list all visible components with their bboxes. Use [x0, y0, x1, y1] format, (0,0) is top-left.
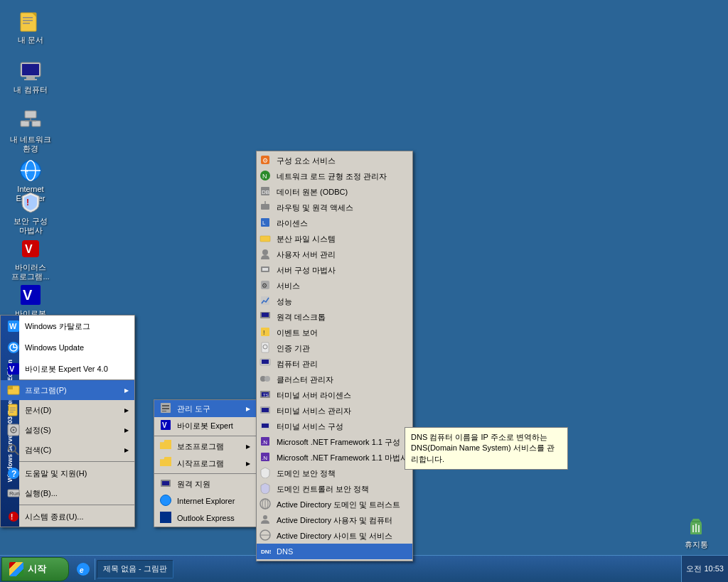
mgmt-item-ad-users[interactable]: Active Directory 사용자 및 컴퓨터 [257, 512, 412, 528]
mgmt-item-remote-desktop[interactable]: 원격 데스크톱 [257, 309, 412, 325]
help-sm-icon: ? [6, 466, 21, 480]
settings-sm-icon [6, 423, 21, 437]
mgmt-item-ad-domain[interactable]: Active Directory 도메인 및 트러스트 [257, 497, 412, 512]
desktop-icon-security[interactable]: ! 보안 구성마법사 [6, 188, 55, 238]
programs-arrow: ▶ [124, 387, 129, 394]
start-menu-item-run[interactable]: Run 실행(B)... [1, 483, 134, 503]
svg-text:V: V [162, 421, 167, 429]
svg-rect-7 [22, 64, 39, 75]
mgmt-item-routing[interactable]: 라우팅 및 원격 액세스 [257, 200, 412, 215]
desktop-icon-virus[interactable]: V 바이러스프로그램... [6, 235, 55, 284]
start-menu-item-settings[interactable]: 설정(S) ▶ [1, 420, 134, 440]
svg-text:DB: DB [262, 189, 269, 195]
mgmt-item-component[interactable]: ⚙ 구성 요소 서비스 [257, 153, 412, 168]
svg-rect-50 [162, 405, 169, 406]
submenu-item-mgmt-tools[interactable]: 관리 도구 ▶ [154, 400, 256, 417]
svg-text:?: ? [11, 469, 16, 479]
dotnet-config-icon: .N [259, 436, 272, 448]
security-label: 보안 구성마법사 [14, 217, 47, 235]
svg-text:.N: .N [262, 455, 267, 461]
mgmt-item-network-lb[interactable]: N 네트워크 로드 균형 조정 관리자 [257, 168, 412, 184]
programs-submenu: 관리 도구 ▶ V 바이로봇 Expert 보조프로그램 ▶ 시작프로그 [154, 399, 257, 527]
submenu-item-startup[interactable]: 시작프로그램 ▶ [154, 455, 256, 472]
desktop-icon-my-computer[interactable]: 내 컴퓨터 [6, 57, 55, 97]
submenu-item-outlook[interactable]: Outlook Express [154, 510, 256, 527]
submenu-item-remote[interactable]: 원격 지원 [154, 475, 256, 492]
submenu-item-virobot[interactable]: V 바이로봇 Expert [154, 417, 256, 434]
mgmt-item-server-wizard[interactable]: 서버 구성 마법사 [257, 262, 412, 278]
mgmt-item-license[interactable]: L 라이센스 [257, 215, 412, 231]
win-catalog-icon: W [6, 319, 21, 333]
mgmt-item-ad-sites[interactable]: Active Directory 사이트 및 서비스 [257, 528, 412, 544]
svg-rect-75 [262, 313, 269, 317]
desktop-icon-recycle[interactable]: 휴지통 [671, 512, 721, 552]
terminal-mgr-icon [259, 404, 272, 417]
start-menu-item-shutdown[interactable]: ! 시스템 종료(U)... [1, 507, 134, 527]
mgmt-item-terminal-mgr[interactable]: 터미널 서비스 관리자 [257, 403, 412, 419]
tray-time: 오전 10:53 [686, 564, 724, 574]
desktop-icon-my-docs[interactable]: 내 문서 [6, 7, 55, 48]
svg-rect-3 [23, 20, 33, 21]
mgmt-item-performance[interactable]: 성능 [257, 293, 412, 309]
terminal-config-icon [259, 420, 272, 433]
svg-rect-51 [162, 408, 169, 409]
svg-rect-12 [25, 111, 36, 118]
my-docs-label: 내 문서 [18, 36, 43, 45]
mgmt-item-dotnet-wizard[interactable]: .N Microsoft .NET Framework 1.1 마법사 [257, 450, 412, 465]
cert-icon [259, 342, 272, 355]
mgmt-item-terminal-config[interactable]: 터미널 서비스 구성 [257, 419, 412, 434]
settings-arrow: ▶ [124, 427, 129, 433]
mgmt-item-cluster[interactable]: 클러스터 관리자 [257, 372, 412, 387]
start-menu-item-virobot[interactable]: V 바이로봇 Expert Ver 4.0 [1, 358, 134, 379]
ad-domain-icon [259, 498, 272, 511]
mgmt-item-dfs[interactable]: 분산 파일 시스템 [257, 231, 412, 247]
mgmt-item-dns[interactable]: DNS DNS [257, 544, 412, 559]
svg-text:e: e [25, 167, 28, 175]
submenu-item-ie[interactable]: Internet Explorer [154, 492, 256, 510]
remote-icon [160, 478, 173, 490]
mgmt-item-cert[interactable]: 인증 기관 [257, 340, 412, 356]
mgmt-item-services[interactable]: ⚙ 서비스 [257, 278, 412, 293]
svg-text:TS: TS [263, 393, 269, 397]
mgmt-item-computer-mgmt[interactable]: 컴퓨터 관리 [257, 356, 412, 372]
start-menu-item-search[interactable]: 검색(C) ▶ [1, 440, 134, 460]
start-menu-item-docs[interactable]: 문서(D) ▶ [1, 400, 134, 420]
mgmt-item-dotnet-config[interactable]: .N Microsoft .NET Framework 1.1 구성 [257, 434, 412, 450]
svg-text:DNS: DNS [261, 549, 271, 555]
virobot-prog-icon: V [160, 419, 173, 432]
submenu-item-accessories[interactable]: 보조프로그램 ▶ [154, 438, 256, 455]
run-sm-icon: Run [6, 486, 21, 500]
svg-text:N: N [262, 173, 267, 180]
mgmt-item-dc-security[interactable]: 도메인 컨트롤러 보안 정책 [257, 481, 412, 497]
mgmt-item-odbc[interactable]: DB 데이터 원본 (ODBC) [257, 184, 412, 200]
start-menu-item-win-catalog[interactable]: W Windows 카탈로그 [1, 316, 134, 337]
svg-point-98 [263, 515, 267, 519]
mgmt-item-domain-security[interactable]: 도메인 보안 정책 [257, 465, 412, 481]
mgmt-item-user-mgmt[interactable]: 사용자 서버 관리 [257, 247, 412, 262]
event-viewer-icon: ! [259, 326, 272, 339]
svg-text:V: V [25, 243, 33, 255]
ad-sites-icon [259, 529, 272, 542]
svg-rect-67 [260, 236, 270, 242]
ql-ie-icon[interactable]: e [76, 562, 90, 576]
start-menu-pinned: W Windows 카탈로그 Windows Update [1, 316, 134, 380]
user-mgmt-icon [259, 248, 272, 261]
start-button[interactable]: 시작 [1, 557, 69, 581]
mgmt-item-event-viewer[interactable]: ! 이벤트 보어 [257, 325, 412, 340]
win-update-icon [6, 340, 21, 355]
start-menu-item-help[interactable]: ? 도움말 및 지원(H) [1, 463, 134, 483]
remote-desktop-icon [259, 311, 272, 323]
mgmt-item-terminal-license[interactable]: TS 터미널 서버 라이센스 [257, 387, 412, 403]
start-menu-item-programs[interactable]: 프로그램(P) ▶ [1, 380, 134, 400]
taskbar-window-paintbrush[interactable]: 제목 없음 - 그림판 [97, 560, 173, 578]
outlook-icon [160, 512, 173, 524]
submenu-sep1 [154, 436, 256, 436]
svg-rect-0 [21, 13, 36, 31]
svg-rect-88 [262, 408, 269, 412]
svg-rect-9 [24, 79, 37, 80]
desktop-icon-my-network[interactable]: 내 네트워크환경 [6, 107, 55, 156]
ie-prog-icon [160, 495, 173, 507]
svg-line-42 [15, 451, 18, 455]
start-logo-icon [9, 562, 23, 576]
start-menu-item-win-update[interactable]: Windows Update [1, 337, 134, 358]
